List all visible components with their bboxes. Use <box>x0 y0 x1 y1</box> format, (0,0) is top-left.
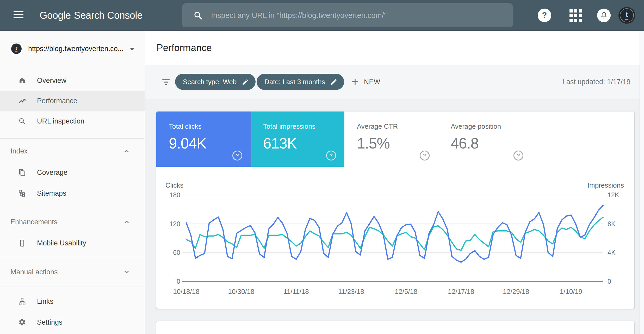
page-header: Performance <box>145 31 644 65</box>
chip-label: Search type: Web <box>183 78 237 86</box>
section-label: Index <box>10 147 28 155</box>
app-logo: Google Search Console <box>40 0 143 31</box>
section-enhancements[interactable]: Enhancements <box>0 214 145 230</box>
sidebar-item-label: Settings <box>37 318 63 326</box>
avatar-letter: t <box>626 11 628 18</box>
section-label: Enhancements <box>10 218 57 226</box>
chevron-up-icon <box>123 218 130 226</box>
svg-text:12/29/18: 12/29/18 <box>503 288 529 295</box>
topbar: Google Search Console ? t <box>0 0 644 31</box>
sidebar-item-links[interactable]: Links <box>0 292 145 311</box>
home-icon <box>18 77 26 84</box>
sidebar-item-label: Mobile Usability <box>37 239 86 247</box>
sidebar-divider <box>0 66 145 66</box>
scrollbar[interactable] <box>640 31 644 334</box>
search-icon <box>193 11 203 20</box>
chevron-down-icon <box>123 268 130 276</box>
sidebar-item-sitemaps[interactable]: Sitemaps <box>0 183 145 203</box>
filter-list-icon[interactable] <box>161 77 171 87</box>
sidebar-divider <box>0 258 145 258</box>
logo-google-text: Google <box>40 10 71 21</box>
svg-text:120: 120 <box>169 220 180 227</box>
page-title: Performance <box>157 31 212 65</box>
svg-text:0: 0 <box>608 278 611 285</box>
google-search-console-app: Google Search Console ? t <box>0 0 644 334</box>
smartphone-icon <box>18 239 26 247</box>
svg-text:180: 180 <box>169 191 180 199</box>
notifications-bell-icon[interactable] <box>597 9 611 22</box>
sidebar-item-label: Sitemaps <box>37 189 66 197</box>
new-filter-button[interactable]: NEW <box>350 74 380 90</box>
svg-text:10/18/18: 10/18/18 <box>173 288 199 295</box>
property-favicon: t <box>10 42 23 55</box>
sidebar-item-overview[interactable]: Overview <box>0 70 145 91</box>
svg-text:12K: 12K <box>608 191 619 199</box>
svg-text:12/17/18: 12/17/18 <box>448 288 474 295</box>
svg-text:11/23/18: 11/23/18 <box>338 288 364 295</box>
help-button[interactable]: ? <box>538 9 551 22</box>
logo-product-text: Search Console <box>74 10 143 21</box>
pages-icon <box>18 169 26 176</box>
magnifier-icon <box>18 117 26 125</box>
sidebar-divider <box>0 138 145 139</box>
sidebar: t https://blog.twentyoverten.co... Overv… <box>0 31 145 334</box>
new-button-label: NEW <box>364 78 380 86</box>
url-inspect-searchbar[interactable] <box>182 3 513 27</box>
svg-text:1/10/19: 1/10/19 <box>560 288 583 295</box>
section-manual-actions[interactable]: Manual actions <box>0 264 145 280</box>
sidebar-item-label: Coverage <box>37 169 67 177</box>
date-range-chip[interactable]: Date: Last 3 months <box>257 74 344 90</box>
svg-text:8K: 8K <box>608 220 616 227</box>
svg-text:11/11/18: 11/11/18 <box>283 288 309 295</box>
svg-text:Clicks: Clicks <box>165 181 183 189</box>
sidebar-divider <box>0 287 145 287</box>
svg-text:12/5/18: 12/5/18 <box>395 288 418 295</box>
sidebar-item-label: URL inspection <box>37 117 84 125</box>
sidebar-item-coverage[interactable]: Coverage <box>0 163 145 182</box>
sidebar-item-label: Overview <box>37 77 66 85</box>
performance-chart-svg[interactable]: 00604K1208K18012KClicksImpressions10/18/… <box>156 112 634 309</box>
property-url: https://blog.twentyoverten.co... <box>28 45 123 53</box>
account-avatar[interactable]: t <box>618 7 635 24</box>
sidebar-item-performance[interactable]: Performance <box>0 91 145 111</box>
svg-text:60: 60 <box>173 249 180 256</box>
filter-bar: Search type: Web Date: Last 3 months NEW… <box>145 65 644 99</box>
svg-text:10/30/18: 10/30/18 <box>228 288 254 295</box>
sidebar-item-label: Performance <box>37 97 77 105</box>
performance-card: Total clicks 9.04K ? Total impressions 6… <box>156 112 634 309</box>
menu-icon[interactable] <box>14 11 23 20</box>
section-label: Manual actions <box>10 268 58 276</box>
chip-label: Date: Last 3 months <box>264 78 325 86</box>
last-updated-text: Last updated: 1/17/19 <box>562 65 630 99</box>
avatar-accent-dash <box>625 19 628 20</box>
sidebar-item-url-inspection[interactable]: URL inspection <box>0 111 145 131</box>
sidebar-item-mobile-usability[interactable]: Mobile Usability <box>0 233 145 253</box>
pencil-icon <box>242 78 249 85</box>
svg-text:Impressions: Impressions <box>587 181 624 189</box>
property-selector[interactable]: t https://blog.twentyoverten.co... <box>0 40 145 58</box>
pencil-icon <box>330 78 337 85</box>
section-index[interactable]: Index <box>0 143 145 159</box>
svg-text:0: 0 <box>177 278 180 285</box>
sitemap-tree-icon <box>18 189 26 197</box>
sidebar-item-label: Links <box>37 298 53 306</box>
links-tree-icon <box>18 298 26 305</box>
svg-text:4K: 4K <box>608 249 616 256</box>
sidebar-item-settings[interactable]: Settings <box>0 313 145 332</box>
url-inspect-input[interactable] <box>210 11 513 20</box>
search-type-chip[interactable]: Search type: Web <box>175 74 256 90</box>
apps-grid-icon[interactable] <box>569 9 582 22</box>
sidebar-divider <box>0 207 145 207</box>
gear-icon <box>18 318 26 326</box>
trending-up-icon <box>18 97 26 105</box>
property-dropdown-caret-icon <box>130 48 134 51</box>
chevron-up-icon <box>123 147 130 155</box>
plus-icon <box>350 77 360 86</box>
next-card-partial <box>156 321 634 334</box>
